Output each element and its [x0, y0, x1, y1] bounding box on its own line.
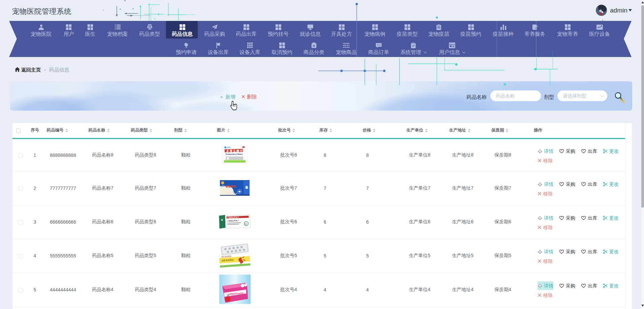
svg-text:绿: 绿 — [245, 223, 247, 225]
svg-text:Domperidone Tablets: Domperidone Tablets — [226, 153, 243, 155]
svg-text:解热镇痛: 解热镇痛 — [225, 189, 230, 191]
svg-text:氨咖黄敏: 氨咖黄敏 — [225, 185, 236, 188]
svg-text:OTC: OTC — [221, 185, 225, 187]
svg-text:多潘立酮片: 多潘立酮片 — [226, 149, 243, 152]
